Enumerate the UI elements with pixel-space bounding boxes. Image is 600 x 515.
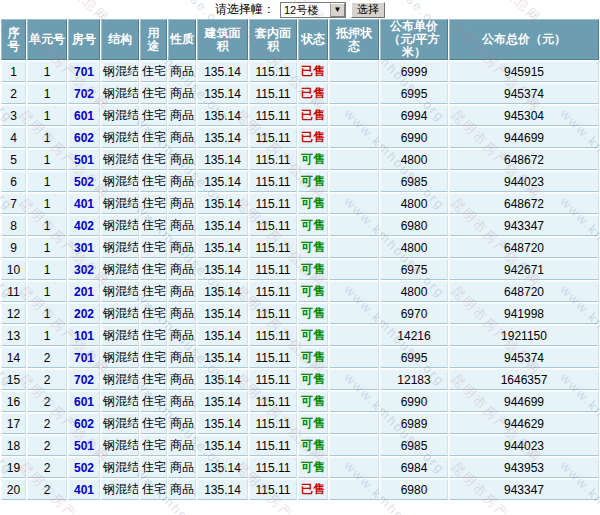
cell-unit_price: 6970 xyxy=(380,303,448,324)
room-number-link[interactable]: 602 xyxy=(74,417,94,431)
room-number-link[interactable]: 701 xyxy=(74,351,94,365)
cell-unit_price: 4800 xyxy=(380,149,448,170)
cell-room: 501 xyxy=(68,149,100,170)
cell-no: 16 xyxy=(1,391,26,412)
cell-status: 可售 xyxy=(298,215,328,236)
page: www.kmhouse.org昆明市房产信息网www.kmhouse.org昆明… xyxy=(0,0,600,515)
room-number-link[interactable]: 501 xyxy=(74,153,94,167)
room-number-link[interactable]: 702 xyxy=(74,87,94,101)
cell-structure: 钢混结构 xyxy=(101,435,139,456)
cell-inner_area: 115.11 xyxy=(249,435,297,456)
cell-use: 住宅 xyxy=(140,83,167,104)
cell-unit_price: 6999 xyxy=(380,61,448,82)
cell-structure: 钢混结构 xyxy=(101,347,139,368)
cell-nature: 商品房 xyxy=(168,61,196,82)
room-number-link[interactable]: 301 xyxy=(74,241,94,255)
cell-unit: 1 xyxy=(27,259,67,280)
room-number-link[interactable]: 201 xyxy=(74,285,94,299)
room-number-link[interactable]: 501 xyxy=(74,439,94,453)
cell-no: 18 xyxy=(1,435,26,456)
cell-no: 2 xyxy=(1,83,26,104)
room-number-link[interactable]: 202 xyxy=(74,307,94,321)
cell-unit: 2 xyxy=(27,369,67,390)
column-header: 结构 xyxy=(101,19,139,60)
cell-no: 3 xyxy=(1,105,26,126)
building-toolbar: 请选择幢： 12号楼 ▼ 选择 xyxy=(0,0,600,18)
cell-structure: 钢混结构 xyxy=(101,369,139,390)
room-number-link[interactable]: 702 xyxy=(74,373,94,387)
cell-no: 9 xyxy=(1,237,26,258)
cell-structure: 钢混结构 xyxy=(101,237,139,258)
cell-structure: 钢混结构 xyxy=(101,259,139,280)
cell-inner_area: 115.11 xyxy=(249,347,297,368)
room-number-link[interactable]: 602 xyxy=(74,131,94,145)
room-number-link[interactable]: 601 xyxy=(74,395,94,409)
cell-inner_area: 115.11 xyxy=(249,325,297,346)
cell-status: 可售 xyxy=(298,171,328,192)
cell-inner_area: 115.11 xyxy=(249,215,297,236)
cell-use: 住宅 xyxy=(140,61,167,82)
cell-area: 135.14 xyxy=(197,259,248,280)
cell-unit: 2 xyxy=(27,413,67,434)
room-number-link[interactable]: 401 xyxy=(74,197,94,211)
cell-area: 135.14 xyxy=(197,237,248,258)
cell-structure: 钢混结构 xyxy=(101,83,139,104)
room-number-link[interactable]: 401 xyxy=(74,483,94,497)
cell-mortgage xyxy=(329,105,379,126)
select-building-button[interactable]: 选择 xyxy=(351,2,385,18)
cell-area: 135.14 xyxy=(197,303,248,324)
cell-inner_area: 115.11 xyxy=(249,457,297,478)
cell-inner_area: 115.11 xyxy=(249,193,297,214)
cell-use: 住宅 xyxy=(140,479,167,500)
room-number-link[interactable]: 302 xyxy=(74,263,94,277)
room-number-link[interactable]: 502 xyxy=(74,175,94,189)
cell-status: 可售 xyxy=(298,391,328,412)
cell-unit: 1 xyxy=(27,83,67,104)
cell-inner_area: 115.11 xyxy=(249,149,297,170)
cell-total_price: 648672 xyxy=(449,149,599,170)
cell-mortgage xyxy=(329,281,379,302)
cell-unit: 1 xyxy=(27,303,67,324)
cell-inner_area: 115.11 xyxy=(249,259,297,280)
cell-no: 17 xyxy=(1,413,26,434)
cell-area: 135.14 xyxy=(197,369,248,390)
room-number-link[interactable]: 402 xyxy=(74,219,94,233)
room-number-link[interactable]: 601 xyxy=(74,109,94,123)
cell-mortgage xyxy=(329,347,379,368)
table-row: 131101钢混结构住宅商品房135.14115.11可售14216192115… xyxy=(1,325,599,346)
building-select[interactable]: 12号楼 ▼ xyxy=(280,2,346,18)
cell-unit: 2 xyxy=(27,457,67,478)
table-row: 81402钢混结构住宅商品房135.14115.11可售6980943347 xyxy=(1,215,599,236)
cell-mortgage xyxy=(329,127,379,148)
cell-area: 135.14 xyxy=(197,347,248,368)
cell-room: 502 xyxy=(68,171,100,192)
table-row: 142701钢混结构住宅商品房135.14115.11可售6995945374 xyxy=(1,347,599,368)
cell-use: 住宅 xyxy=(140,237,167,258)
cell-status: 已售 xyxy=(298,479,328,500)
cell-total_price: 1921150 xyxy=(449,325,599,346)
cell-no: 6 xyxy=(1,171,26,192)
table-row: 162601钢混结构住宅商品房135.14115.11可售6990944699 xyxy=(1,391,599,412)
cell-no: 10 xyxy=(1,259,26,280)
column-header: 单元号 xyxy=(27,19,67,60)
cell-room: 702 xyxy=(68,369,100,390)
chevron-down-icon[interactable]: ▼ xyxy=(330,3,345,17)
room-number-link[interactable]: 701 xyxy=(74,65,94,79)
cell-unit_price: 6980 xyxy=(380,479,448,500)
cell-total_price: 943347 xyxy=(449,479,599,500)
column-header: 建筑面积 xyxy=(197,19,248,60)
room-number-link[interactable]: 101 xyxy=(74,329,94,343)
cell-mortgage xyxy=(329,391,379,412)
cell-structure: 钢混结构 xyxy=(101,457,139,478)
cell-mortgage xyxy=(329,237,379,258)
table-row: 51501钢混结构住宅商品房135.14115.11可售4800648672 xyxy=(1,149,599,170)
table-row: 172602钢混结构住宅商品房135.14115.11可售6989944629 xyxy=(1,413,599,434)
room-number-link[interactable]: 502 xyxy=(74,461,94,475)
cell-inner_area: 115.11 xyxy=(249,127,297,148)
cell-status: 已售 xyxy=(298,127,328,148)
cell-structure: 钢混结构 xyxy=(101,127,139,148)
column-header: 公布总价（元） xyxy=(449,19,599,60)
table-row: 192502钢混结构住宅商品房135.14115.11可售6984943953 xyxy=(1,457,599,478)
cell-unit: 2 xyxy=(27,435,67,456)
cell-inner_area: 115.11 xyxy=(249,413,297,434)
